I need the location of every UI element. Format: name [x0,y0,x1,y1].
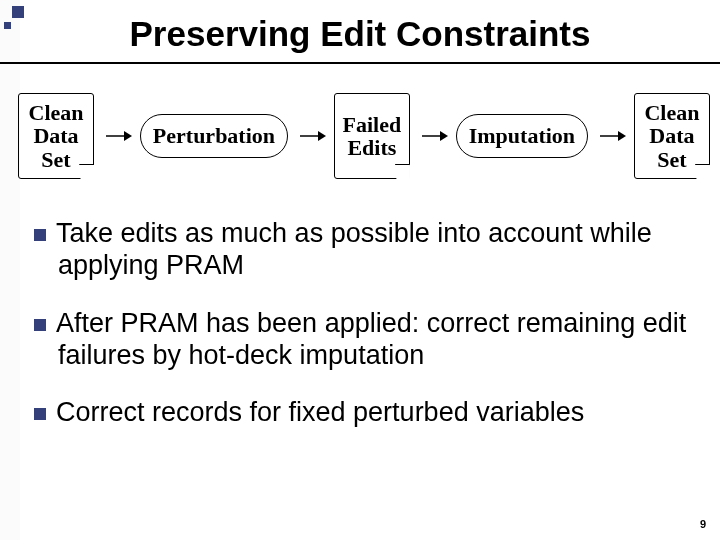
node-text: Data [649,124,694,147]
node-text: Data [33,124,78,147]
arrow-icon [600,135,622,137]
arrow-icon [106,135,128,137]
svg-marker-1 [124,131,132,141]
page-number: 9 [700,518,706,530]
flow-diagram: Clean Data Set Perturbation Failed Edits… [18,88,710,184]
node-text: Clean [29,101,84,124]
svg-marker-5 [440,131,448,141]
node-imputation: Imputation [456,114,588,158]
arrow-icon [300,135,322,137]
node-text: Perturbation [153,124,275,147]
bullet-list: Take edits as much as possible into acco… [34,218,700,455]
slide-title: Preserving Edit Constraints [0,14,720,54]
node-text: Clean [644,101,699,124]
bullet-item: After PRAM has been applied: correct rem… [34,308,700,372]
node-text: Set [657,148,686,171]
node-text: Edits [347,136,396,159]
node-perturbation: Perturbation [140,114,288,158]
arrow-icon [422,135,444,137]
title-rule [0,62,720,64]
node-clean-data-set-1: Clean Data Set [18,93,94,179]
node-failed-edits: Failed Edits [334,93,410,179]
node-clean-data-set-2: Clean Data Set [634,93,710,179]
node-text: Set [41,148,70,171]
svg-marker-7 [618,131,626,141]
node-text: Imputation [469,124,575,147]
node-text: Failed [343,113,402,136]
accent-sidebar [0,0,20,540]
bullet-item: Correct records for fixed perturbed vari… [34,397,700,429]
bullet-item: Take edits as much as possible into acco… [34,218,700,282]
svg-marker-3 [318,131,326,141]
